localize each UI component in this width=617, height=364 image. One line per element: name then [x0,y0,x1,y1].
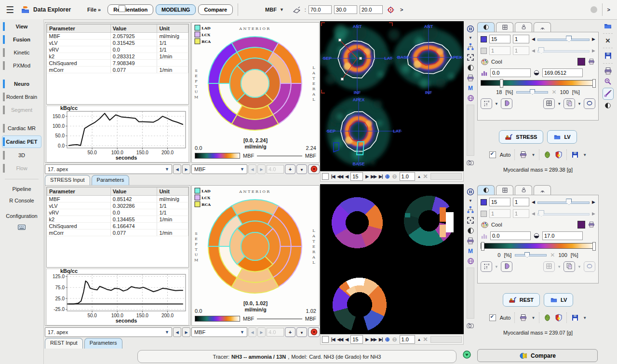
polar-add-button[interactable]: + [285,327,295,337]
window-min-field[interactable] [490,68,531,77]
chevron-down-icon[interactable]: ▼ [531,316,535,320]
zoom-in-icon[interactable]: ⊕ [385,336,389,343]
next-frame-button[interactable]: ▶ [365,337,368,342]
stress-lv-button[interactable]: LV [547,130,577,144]
polar-prev-button[interactable]: ◀ [248,327,256,337]
configuration-icon[interactable] [17,223,26,231]
fast-back-button[interactable]: ◀◀ [337,337,343,342]
column-header[interactable]: Unit [157,25,188,33]
compare-toolbar-button[interactable]: Compare [198,4,233,15]
sidebar-item-view[interactable]: View [2,21,41,32]
expand-toolbar-arrow[interactable]: > [607,7,610,13]
stress-study-button[interactable]: STRESS [499,130,543,144]
histogram-icon[interactable] [481,232,488,240]
print-report-icon[interactable] [604,67,612,75]
zoom-in-icon[interactable]: ⊕ [385,173,389,180]
fast-back-button[interactable]: ◀◀ [337,174,343,179]
angle-field-2[interactable] [334,5,357,14]
histogram-icon[interactable] [481,69,488,77]
close-icon[interactable]: ✕ [423,336,428,343]
brain-model-icon[interactable] [544,151,551,159]
sphere-icon[interactable] [467,94,474,102]
upper-handle[interactable] [592,242,596,251]
table-row[interactable]: MBF2.057925ml/min/g [47,33,188,40]
reorientation-button[interactable]: Reorientation [107,4,153,15]
slider-right-arrow[interactable]: ▶ [592,200,595,204]
polar-prev-button[interactable]: ◀ [248,164,256,174]
reslice-plane-icon[interactable] [293,6,301,14]
tab-display-settings[interactable] [477,22,495,32]
first-frame-button[interactable]: |◀ [331,337,335,342]
load-folder-icon[interactable] [604,22,612,30]
slice-increment-field[interactable] [513,198,529,206]
compare-button[interactable]: Compare [477,349,598,362]
fit-view-icon[interactable] [467,54,474,61]
table-row[interactable]: vLV0.3022861/1 [47,202,188,209]
auto-checkbox[interactable] [489,151,496,158]
record-button[interactable] [308,164,320,174]
colormap-name[interactable]: Cool [491,222,502,228]
auto-window-icon[interactable] [533,232,540,239]
volume-increment-field[interactable] [513,46,529,55]
zoom-out-icon[interactable]: ⊖ [392,173,397,180]
movie-mode-icon[interactable]: M [468,248,473,255]
copy-settings-button[interactable] [563,261,575,272]
polar-options-button[interactable]: ▼ [296,164,307,174]
sidebar-item-cardiac-pet[interactable]: Cardiac PET [2,135,41,148]
colormap-bar[interactable] [195,316,240,322]
frame-number-field[interactable] [350,172,363,181]
minimize-icon[interactable] [590,6,597,13]
tab-layout-settings[interactable] [496,22,513,32]
slider-left-arrow[interactable]: ◀ [532,37,535,41]
sidebar-item-pipeline[interactable]: Pipeline [2,184,41,194]
slice-field[interactable] [489,35,510,43]
next-frame-button[interactable]: ▶ [365,174,368,179]
contrast-icon[interactable] [467,64,474,71]
table-row[interactable]: ChiSquared7.908349 [47,60,188,67]
last-frame-button[interactable]: ▶| [379,174,382,179]
colormap-name[interactable]: Cool [491,59,502,65]
rest-study-button[interactable]: REST [503,293,540,307]
colormap-range-bar[interactable] [481,243,595,249]
pause-circle-icon[interactable] [467,188,474,196]
shield-icon[interactable] [555,151,563,159]
invert-colormap-icon[interactable] [577,58,585,66]
column-header[interactable]: Parameter [47,188,111,196]
stress-image-viewport[interactable]: ANTSEPLATINFANTBASEAPEXINFAPEXSEPLATBASE… [320,21,464,171]
sidebar-item-configuration[interactable]: Configuration [2,211,41,221]
polar-next-button[interactable]: ▶ [257,327,266,337]
sidebar-item-r-console[interactable]: R Console [2,196,41,205]
rest-region-next-button[interactable]: ▶ [182,327,190,337]
palette-icon[interactable] [481,221,489,229]
window-min-field[interactable] [490,231,531,240]
tab-signal-settings[interactable] [534,185,551,195]
sidebar-item-rodent-brain[interactable]: Rodent Brain [2,91,41,103]
sidebar-item-pxmod[interactable]: PXMod [2,60,41,71]
chevron-down-icon[interactable]: ▼ [280,7,284,12]
table-row[interactable]: ChiSquared6.166474 [47,223,188,229]
chevron-down-icon[interactable]: ▼ [469,199,472,203]
lower-handle[interactable] [500,79,503,88]
window-max-field[interactable] [542,231,583,240]
percent-slider[interactable] [516,89,548,95]
auto-window-icon[interactable] [533,69,540,76]
split-display-button[interactable] [501,98,512,109]
angle-field-1[interactable] [308,5,332,14]
save-icon[interactable] [604,52,612,60]
chevron-down-icon[interactable]: ▼ [583,316,587,320]
tab-signal-settings[interactable] [534,22,551,32]
strip-scrollbar[interactable] [467,268,474,319]
table-row[interactable]: mCorr0.0771/min [47,67,188,73]
volume-increment-field[interactable] [513,209,529,218]
chevron-down-icon[interactable]: ▼ [557,265,561,269]
table-row[interactable]: k20.1344551/min [47,216,188,223]
tree-layout-icon[interactable] [467,43,474,51]
layout-grid-button[interactable] [543,261,555,272]
movie-colormap-icon[interactable] [588,221,595,228]
record-button[interactable] [308,327,320,337]
fit-view-icon[interactable] [467,216,474,224]
strip-scrollbar[interactable] [467,105,474,156]
stress-region-prev-button[interactable]: ◀ [173,164,181,174]
slice-increment-field[interactable] [513,35,529,43]
tab-patient-settings[interactable] [515,185,532,195]
